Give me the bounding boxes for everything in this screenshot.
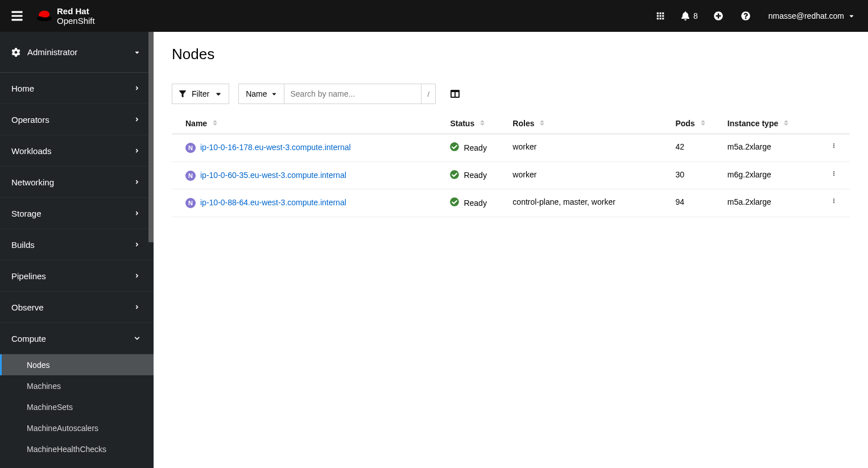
brand-text: Red Hat OpenShift: [57, 7, 95, 25]
user-label: nmasse@redhat.com: [768, 11, 844, 20]
table-row: Nip-10-0-88-64.eu-west-3.compute.interna…: [172, 189, 850, 217]
column-pods[interactable]: Pods: [675, 113, 727, 134]
plus-circle-icon: [714, 11, 723, 20]
node-badge: N: [185, 171, 196, 181]
toolbar: Filter Name /: [172, 84, 850, 104]
search-type-select[interactable]: Name: [239, 84, 284, 103]
column-name[interactable]: Name: [172, 113, 450, 134]
sidebar-subitem-nodes[interactable]: Nodes: [0, 354, 154, 375]
search-type-label: Name: [246, 89, 267, 98]
user-menu-button[interactable]: nmasse@redhat.com: [759, 0, 859, 32]
sidebar-item-storage[interactable]: Storage: [0, 198, 154, 229]
sort-icon: [784, 119, 788, 126]
sidebar-item-home[interactable]: Home: [0, 73, 154, 104]
caret-down-icon: [849, 13, 854, 19]
import-button[interactable]: [705, 0, 732, 32]
sidebar-item-label: Networking: [11, 177, 54, 187]
redhat-fedora-icon: [36, 10, 52, 22]
pods-cell: 42: [675, 134, 727, 162]
help-button[interactable]: [732, 0, 759, 32]
roles-cell: control-plane, master, worker: [512, 189, 675, 217]
sidebar-item-label: Observe: [11, 303, 44, 312]
search-group: Name /: [238, 84, 436, 104]
app-launcher-button[interactable]: [647, 0, 674, 32]
column-roles[interactable]: Roles: [512, 113, 675, 134]
table-row: Nip-10-0-16-178.eu-west-3.compute.intern…: [172, 134, 850, 162]
column-status[interactable]: Status: [450, 113, 512, 134]
grid-icon: [656, 11, 665, 20]
node-badge: N: [185, 143, 196, 153]
filter-icon: [179, 90, 186, 97]
status-ready: Ready: [450, 197, 508, 208]
caret-down-icon: [215, 90, 222, 97]
sidebar-subitem-machines[interactable]: Machines: [0, 375, 154, 396]
columns-icon: [450, 89, 460, 98]
masthead: Red Hat OpenShift 8 nmasse@redhat.com: [0, 0, 868, 32]
sidebar-item-label: Operators: [11, 115, 49, 125]
perspective-label: Administrator: [27, 47, 77, 57]
check-circle-icon: [450, 170, 459, 181]
sidebar: Administrator HomeOperatorsWorkloadsNetw…: [0, 32, 154, 468]
brand[interactable]: Red Hat OpenShift: [36, 7, 95, 25]
cog-icon: [11, 48, 20, 57]
page-title: Nodes: [172, 45, 850, 63]
caret-down-icon: [134, 49, 140, 55]
sort-icon: [480, 119, 485, 126]
sidebar-subitem-machinesets[interactable]: MachineSets: [0, 396, 154, 417]
search-input[interactable]: [284, 84, 421, 103]
check-circle-icon: [450, 197, 459, 208]
sidebar-item-label: Pipelines: [11, 271, 46, 281]
main-content: Nodes Filter Name / NameStatusRolesPodsI…: [154, 32, 868, 468]
brand-line1: Red Hat: [57, 7, 95, 15]
sidebar-subitem-machineautoscalers[interactable]: MachineAutoscalers: [0, 417, 154, 438]
question-circle-icon: [741, 11, 750, 20]
node-link[interactable]: ip-10-0-60-35.eu-west-3.compute.internal: [200, 170, 346, 181]
sidebar-item-compute[interactable]: Compute: [0, 323, 154, 354]
kebab-menu-button[interactable]: [830, 143, 838, 152]
check-circle-icon: [450, 142, 459, 153]
instance-type-cell: m5a.2xlarge: [728, 134, 827, 162]
sidebar-item-label: Home: [11, 84, 34, 93]
kebab-menu-button[interactable]: [830, 198, 838, 207]
status-ready: Ready: [450, 142, 508, 153]
search-shortcut-hint: /: [421, 84, 435, 103]
column-instance-type[interactable]: Instance type: [728, 113, 827, 134]
table-row: Nip-10-0-60-35.eu-west-3.compute.interna…: [172, 161, 850, 189]
sidebar-item-observe[interactable]: Observe: [0, 292, 154, 323]
caret-down-icon: [271, 91, 277, 97]
nodes-table: NameStatusRolesPodsInstance type Nip-10-…: [172, 113, 850, 217]
menu-toggle-button[interactable]: [0, 0, 34, 32]
node-badge: N: [185, 198, 196, 208]
notification-count: 8: [693, 11, 698, 20]
sidebar-item-label: Storage: [11, 209, 42, 218]
perspective-switcher[interactable]: Administrator: [0, 32, 154, 73]
notifications-button[interactable]: 8: [674, 0, 705, 32]
node-link[interactable]: ip-10-0-88-64.eu-west-3.compute.internal: [200, 197, 346, 209]
sidebar-item-pipelines[interactable]: Pipelines: [0, 260, 154, 292]
instance-type-cell: m6g.2xlarge: [728, 161, 827, 189]
filter-label: Filter: [192, 89, 209, 98]
sidebar-item-operators[interactable]: Operators: [0, 104, 154, 135]
sidebar-item-networking[interactable]: Networking: [0, 167, 154, 198]
sidebar-item-label: Builds: [11, 240, 35, 250]
bell-icon: [681, 11, 690, 20]
sort-icon: [213, 119, 217, 126]
sort-icon: [540, 119, 544, 126]
sidebar-item-label: Compute: [11, 334, 46, 343]
sidebar-item-label: Workloads: [11, 146, 52, 156]
roles-cell: worker: [512, 161, 675, 189]
bars-icon: [11, 10, 23, 22]
status-ready: Ready: [450, 170, 508, 181]
kebab-menu-button[interactable]: [830, 171, 838, 180]
pods-cell: 94: [675, 189, 727, 217]
sidebar-item-builds[interactable]: Builds: [0, 229, 154, 260]
pods-cell: 30: [675, 161, 727, 189]
node-link[interactable]: ip-10-0-16-178.eu-west-3.compute.interna…: [200, 142, 351, 154]
sidebar-scrollbar[interactable]: [148, 32, 154, 242]
sidebar-item-workloads[interactable]: Workloads: [0, 135, 154, 167]
instance-type-cell: m5a.2xlarge: [728, 189, 827, 217]
filter-button[interactable]: Filter: [172, 84, 229, 104]
brand-line2: OpenShift: [57, 16, 95, 25]
manage-columns-button[interactable]: [445, 84, 465, 104]
sidebar-subitem-machinehealthchecks[interactable]: MachineHealthChecks: [0, 438, 154, 459]
